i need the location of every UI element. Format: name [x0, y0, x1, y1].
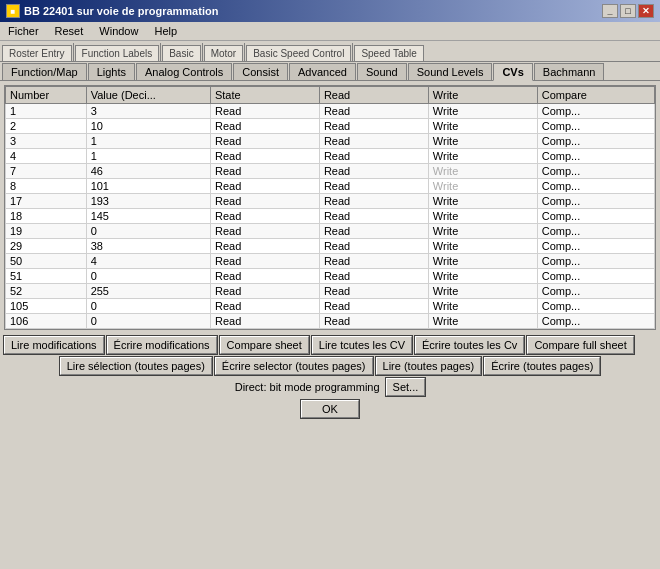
set-button[interactable]: Set... [386, 378, 426, 396]
cell-read[interactable]: Read [319, 284, 428, 299]
cell-read[interactable]: Read [319, 254, 428, 269]
cell-compare[interactable]: Comp... [537, 269, 654, 284]
tabs-row1-container: Roster Entry Function Labels Basic Motor… [0, 41, 660, 62]
cell-read[interactable]: Read [319, 314, 428, 329]
cell-compare[interactable]: Comp... [537, 284, 654, 299]
window-icon: ■ [6, 4, 20, 18]
cell-number: 29 [6, 239, 87, 254]
tab-group-roster[interactable]: Roster Entry [2, 45, 72, 61]
ok-button[interactable]: OK [301, 400, 359, 418]
tab-group-function[interactable]: Function Labels [75, 45, 160, 61]
cell-read[interactable]: Read [319, 299, 428, 314]
cell-compare[interactable]: Comp... [537, 134, 654, 149]
cell-write[interactable]: Write [428, 284, 537, 299]
cell-read[interactable]: Read [319, 194, 428, 209]
cell-compare[interactable]: Comp... [537, 164, 654, 179]
cell-compare[interactable]: Comp... [537, 149, 654, 164]
table-row: 210ReadReadWriteComp... [6, 119, 655, 134]
btn-compare-sheet[interactable]: Compare sheet [220, 336, 309, 354]
cell-write[interactable]: Write [428, 119, 537, 134]
cell-read[interactable]: Read [319, 224, 428, 239]
tab-consist[interactable]: Consist [233, 63, 288, 80]
menu-reset[interactable]: Reset [51, 24, 88, 38]
cell-write[interactable]: Write [428, 149, 537, 164]
cell-read[interactable]: Read [319, 179, 428, 194]
cell-compare[interactable]: Comp... [537, 194, 654, 209]
col-header-state: State [210, 87, 319, 104]
cell-state: Read [210, 224, 319, 239]
cell-write[interactable]: Write [428, 239, 537, 254]
cell-write[interactable]: Write [428, 224, 537, 239]
cell-compare[interactable]: Comp... [537, 239, 654, 254]
cell-compare[interactable]: Comp... [537, 104, 654, 119]
cell-state: Read [210, 239, 319, 254]
btn-ecrire-toutes[interactable]: Écrire toutes les Cv [415, 336, 524, 354]
cell-value: 38 [86, 239, 210, 254]
direct-bit-label: Direct: bit mode programming [235, 381, 380, 393]
cell-write[interactable]: Write [428, 194, 537, 209]
cell-number: 17 [6, 194, 87, 209]
table-row: 1060ReadReadWriteComp... [6, 314, 655, 329]
cell-compare[interactable]: Comp... [537, 119, 654, 134]
btn-ecrire-modifications[interactable]: Écrire modifications [107, 336, 217, 354]
cell-compare[interactable]: Comp... [537, 209, 654, 224]
cell-write[interactable]: Write [428, 299, 537, 314]
tab-functionmap[interactable]: Function/Map [2, 63, 87, 80]
close-button[interactable]: ✕ [638, 4, 654, 18]
table-row: 190ReadReadWriteComp... [6, 224, 655, 239]
cell-number: 19 [6, 224, 87, 239]
tab-soundlevels[interactable]: Sound Levels [408, 63, 493, 80]
cell-write[interactable]: Write [428, 314, 537, 329]
tab-group-basic[interactable]: Basic [162, 45, 200, 61]
menu-help[interactable]: Help [150, 24, 181, 38]
cell-write[interactable]: Write [428, 254, 537, 269]
cell-read[interactable]: Read [319, 104, 428, 119]
maximize-button[interactable]: □ [620, 4, 636, 18]
cell-compare[interactable]: Comp... [537, 314, 654, 329]
cell-compare[interactable]: Comp... [537, 299, 654, 314]
cell-compare[interactable]: Comp... [537, 224, 654, 239]
cell-read[interactable]: Read [319, 164, 428, 179]
tab-lights[interactable]: Lights [88, 63, 135, 80]
cell-read[interactable]: Read [319, 269, 428, 284]
title-bar: ■ BB 22401 sur voie de programmation _ □… [0, 0, 660, 22]
btn-ecrire-toutes-pages[interactable]: Écrire (toutes pages) [484, 357, 600, 375]
btn-lire-toutes[interactable]: Lire tcutes les CV [312, 336, 412, 354]
btn-lire-modifications[interactable]: Lire modifications [4, 336, 104, 354]
menu-ficher[interactable]: Ficher [4, 24, 43, 38]
tab-group-speedtable[interactable]: Speed Table [354, 45, 423, 61]
cell-read[interactable]: Read [319, 119, 428, 134]
cell-compare[interactable]: Comp... [537, 179, 654, 194]
cell-read[interactable]: Read [319, 209, 428, 224]
cell-number: 106 [6, 314, 87, 329]
cell-write[interactable]: Write [428, 269, 537, 284]
menu-window[interactable]: Window [95, 24, 142, 38]
table-row: 13ReadReadWriteComp... [6, 104, 655, 119]
btn-lire-toutes-pages[interactable]: Lire (toutes pages) [376, 357, 482, 375]
btn-ecrire-selector[interactable]: Écrire selector (toutes pages) [215, 357, 373, 375]
tab-cvs[interactable]: CVs [493, 63, 532, 81]
cell-number: 18 [6, 209, 87, 224]
tab-group-speed[interactable]: Basic Speed Control [246, 45, 351, 61]
btn-lire-selection[interactable]: Lire sélection (toutes pages) [60, 357, 212, 375]
cell-write[interactable]: Write [428, 134, 537, 149]
btn-compare-full[interactable]: Compare full sheet [527, 336, 633, 354]
minimize-button[interactable]: _ [602, 4, 618, 18]
tab-advanced[interactable]: Advanced [289, 63, 356, 80]
tab-analog[interactable]: Analog Controls [136, 63, 232, 80]
tab-sound[interactable]: Sound [357, 63, 407, 80]
cell-write[interactable]: Write [428, 104, 537, 119]
cell-compare[interactable]: Comp... [537, 254, 654, 269]
cell-read[interactable]: Read [319, 239, 428, 254]
main-content: Number Value (Deci... State Read Write C… [0, 81, 660, 334]
cell-write[interactable]: Write [428, 179, 537, 194]
table-row: 2938ReadReadWriteComp... [6, 239, 655, 254]
cell-write[interactable]: Write [428, 164, 537, 179]
tab-group-motor[interactable]: Motor [204, 45, 244, 61]
cell-read[interactable]: Read [319, 134, 428, 149]
cell-write[interactable]: Write [428, 209, 537, 224]
cell-number: 51 [6, 269, 87, 284]
cell-number: 1 [6, 104, 87, 119]
tab-bachmann[interactable]: Bachmann [534, 63, 605, 80]
cell-read[interactable]: Read [319, 149, 428, 164]
